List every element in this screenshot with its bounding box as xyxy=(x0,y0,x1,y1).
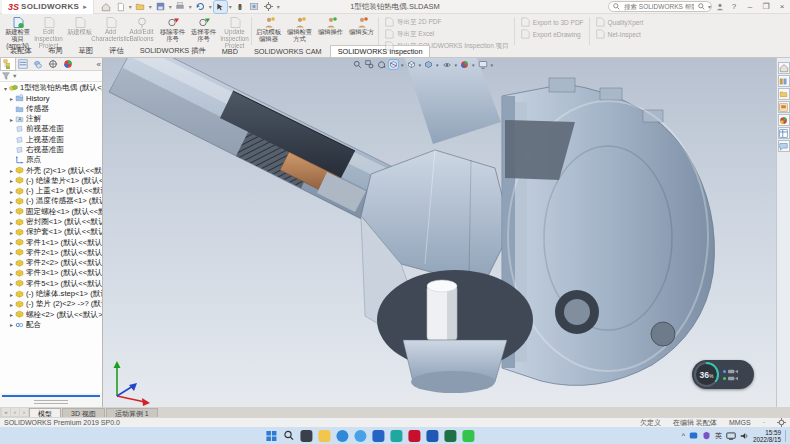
zoom-area-button[interactable] xyxy=(365,60,374,69)
show-desktop-button[interactable] xyxy=(785,430,787,442)
doc-tab-nav[interactable]: « xyxy=(2,408,10,416)
tree-item[interactable]: ▸A注解 xyxy=(0,114,102,124)
word-taskbar-icon[interactable] xyxy=(426,430,438,442)
display-button[interactable] xyxy=(248,1,261,13)
tree-item[interactable]: ▸History xyxy=(0,93,102,103)
tree-item[interactable]: ▸零件5<1> (默认<<默认>_显示状态 xyxy=(0,279,102,289)
tree-item[interactable]: ▸外壳 (2)<1> (默认<<默认>_显示状态 xyxy=(0,165,102,175)
panel-collapse-button[interactable]: « xyxy=(97,60,101,69)
display-style-button[interactable] xyxy=(424,60,433,69)
tree-expand-icon[interactable]: ▾ xyxy=(2,85,9,92)
network-display-icon[interactable] xyxy=(726,432,736,440)
tree-item[interactable]: 前视基准面 xyxy=(0,124,102,134)
tree-expand-icon[interactable]: ▸ xyxy=(8,249,15,256)
tree-item[interactable]: ▸(-) 垫片 (2)<2> ->? (默认<<默认>_显示状态 xyxy=(0,299,102,309)
taskpane-tab-file-explorer[interactable] xyxy=(778,88,790,100)
taskbar-search-icon[interactable] xyxy=(283,430,294,441)
minimize-button[interactable]: – xyxy=(744,2,756,11)
search-caret-icon[interactable]: ▾ xyxy=(708,3,711,10)
tree-item[interactable]: 上视基准面 xyxy=(0,134,102,144)
widget-row-record[interactable] xyxy=(723,369,738,374)
restore-button[interactable]: ❐ xyxy=(760,2,772,11)
tree-expand-icon[interactable]: ▸ xyxy=(8,270,15,277)
status-options-icon[interactable] xyxy=(777,418,786,427)
print-caret-icon[interactable]: ▾ xyxy=(189,3,192,10)
taskpane-tab-appearances[interactable] xyxy=(778,114,790,126)
zoom-fit-button[interactable] xyxy=(353,60,362,69)
onedrive-icon[interactable] xyxy=(689,431,698,440)
home-button[interactable] xyxy=(100,1,113,13)
section-view-caret-icon[interactable]: ▾ xyxy=(401,62,404,68)
panel-splitter[interactable] xyxy=(0,397,102,407)
wechat-taskbar-icon[interactable] xyxy=(462,430,474,442)
ribbon-button-select-balloons[interactable]: 选择零件序号 xyxy=(188,15,219,47)
save-caret-icon[interactable]: ▾ xyxy=(169,3,172,10)
tree-item[interactable]: ▸(-) 绝缘垫片<1> (默认<<默认>_显示状态 xyxy=(0,176,102,186)
widget-row-tools[interactable] xyxy=(723,376,738,381)
tray-chevron-icon[interactable]: ^ xyxy=(682,432,685,439)
excel-taskbar-icon[interactable] xyxy=(444,430,456,442)
tree-item[interactable]: 原点 xyxy=(0,155,102,165)
view-orientation-button[interactable] xyxy=(407,60,416,69)
ribbon-button-edit-actual[interactable]: 编辑实方 xyxy=(346,15,377,47)
panel-tab-featuremanager[interactable] xyxy=(1,58,15,70)
undo-caret-icon[interactable]: ▾ xyxy=(209,3,212,10)
doc-tab-motion-study[interactable]: 运动算例 1 xyxy=(106,408,158,417)
tree-item[interactable]: ▸(-) 绝缘体.step<1> (默认<<默认>_显示状态 xyxy=(0,289,102,299)
panel-tab-dimxpert[interactable] xyxy=(46,58,60,70)
taskpane-tab-forum[interactable] xyxy=(778,140,790,152)
options-button[interactable] xyxy=(262,1,275,13)
tree-expand-icon[interactable]: ▸ xyxy=(8,208,15,215)
display-style-caret-icon[interactable]: ▾ xyxy=(436,62,439,68)
tree-item[interactable]: ▸零件3<1> (默认<<默认>_显示状态 xyxy=(0,268,102,278)
close-button[interactable]: × xyxy=(776,2,788,11)
section-view-button[interactable] xyxy=(389,60,398,69)
options-caret-icon[interactable]: ▾ xyxy=(277,3,280,10)
undo-button[interactable] xyxy=(194,1,207,13)
menu-expand-icon[interactable]: ▸ xyxy=(83,3,87,11)
tree-item[interactable]: 传感器 xyxy=(0,104,102,114)
view-settings-button[interactable] xyxy=(478,60,488,69)
doc-tab-model[interactable]: 模型 xyxy=(29,408,61,417)
tree-item[interactable]: ▸密封圈<1> (默认<<默认>_显示状态 xyxy=(0,217,102,227)
tab-solidworks-cam[interactable]: SOLIDWORKS CAM xyxy=(246,45,330,57)
doc-tab-3d-views[interactable]: 3D 视图 xyxy=(62,408,105,417)
tree-expand-icon[interactable]: ▸ xyxy=(8,188,15,195)
new-document-caret-icon[interactable]: ▾ xyxy=(129,3,132,10)
tree-item[interactable]: ▸保护套<1> (默认<<默认>_显示状态 xyxy=(0,227,102,237)
taskpane-tab-home[interactable] xyxy=(778,62,790,74)
tree-item[interactable]: ▸固定螺栓<1> (默认<<默认>_显示状态 xyxy=(0,207,102,217)
taskpane-tab-view-palette[interactable] xyxy=(778,101,790,113)
ribbon-button-edit-operation[interactable]: 编辑操作 xyxy=(315,15,346,47)
tree-expand-icon[interactable]: ▸ xyxy=(8,219,15,226)
tree-item[interactable]: ▾1型铠装铂热电偶 (默认<默认_显示状态-1> xyxy=(0,83,102,93)
volume-icon[interactable] xyxy=(740,432,749,440)
panel-tab-displaymanager[interactable] xyxy=(61,58,75,70)
tree-expand-icon[interactable]: ▸ xyxy=(8,95,15,102)
search-scope-icon[interactable] xyxy=(698,3,705,10)
start-button[interactable] xyxy=(265,430,277,442)
tree-item[interactable]: ▸配合 xyxy=(0,320,102,330)
previous-view-button[interactable] xyxy=(377,60,386,69)
tab-solidworks-inspection[interactable]: SOLIDWORKS Inspection xyxy=(330,45,431,57)
select-button[interactable] xyxy=(214,1,227,13)
doc-tab-nav[interactable]: ‹ xyxy=(11,408,19,416)
login-icon[interactable] xyxy=(716,3,724,11)
hide-show-items-button[interactable] xyxy=(442,61,452,69)
edit-appearance-caret-icon[interactable]: ▾ xyxy=(472,62,475,68)
file-explorer-taskbar-icon[interactable] xyxy=(318,430,330,442)
tree-expand-icon[interactable]: ▸ xyxy=(8,301,15,308)
solidworks-taskbar-icon[interactable] xyxy=(408,430,420,442)
tree-expand-icon[interactable]: ▸ xyxy=(8,239,15,246)
edge-browser-taskbar-icon[interactable] xyxy=(336,430,348,442)
tree-item[interactable]: ▸零件2<1> (默认<<默认>_显示状态 xyxy=(0,248,102,258)
tree-expand-icon[interactable]: ▸ xyxy=(8,177,15,184)
tree-expand-icon[interactable]: ▸ xyxy=(8,311,15,318)
ribbon-button-launch-template-editor[interactable]: 启动模板编辑器 xyxy=(253,15,284,47)
store-taskbar-icon[interactable] xyxy=(372,430,384,442)
tree-expand-icon[interactable]: ▸ xyxy=(8,167,15,174)
tree-item[interactable]: ▸螺栓<2> (默认<<默认>_显示状态 xyxy=(0,310,102,320)
app-teal-taskbar-icon[interactable] xyxy=(390,430,402,442)
task-view-taskbar-icon[interactable] xyxy=(300,430,312,442)
tree-expand-icon[interactable]: ▸ xyxy=(8,291,15,298)
